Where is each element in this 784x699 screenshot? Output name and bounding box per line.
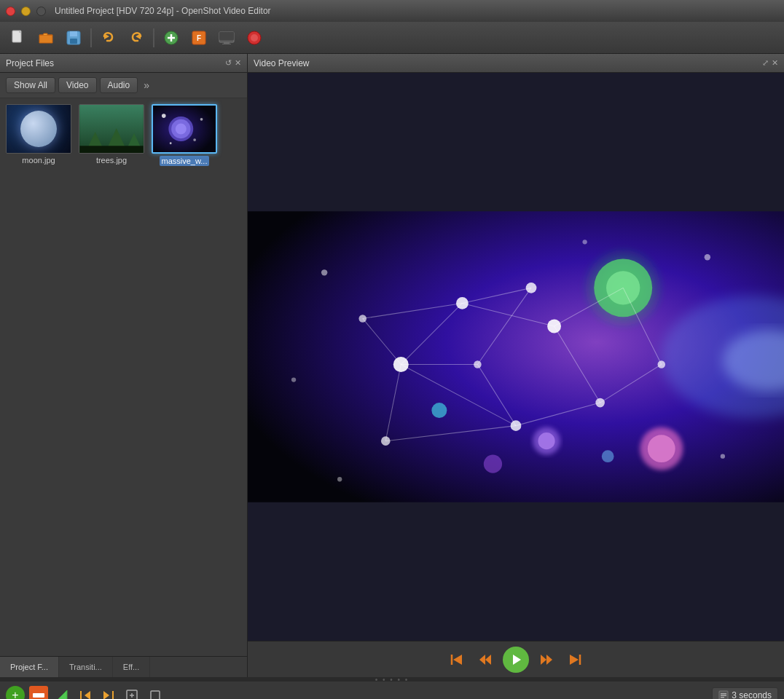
import-button[interactable]: F (187, 25, 211, 50)
video-preview-title: Video Preview (254, 58, 310, 68)
trees-svg (79, 105, 144, 153)
toolbar-separator-2 (153, 28, 154, 47)
svg-point-67 (648, 435, 675, 462)
svg-point-78 (602, 450, 614, 462)
redo-button[interactable] (124, 25, 149, 50)
show-all-button[interactable]: Show All (6, 77, 55, 93)
svg-rect-25 (79, 146, 143, 153)
svg-rect-101 (721, 693, 726, 695)
lock-button[interactable] (146, 686, 165, 700)
video-filter-button[interactable]: Video (58, 77, 96, 93)
video-preview-area (248, 73, 784, 641)
svg-point-75 (291, 377, 296, 382)
new-button[interactable] (6, 25, 31, 50)
file-item-moon[interactable]: moon.jpg (6, 104, 71, 166)
svg-point-33 (170, 142, 172, 144)
left-panel: Project Files ↺ ✕ Show All Video Audio » (0, 54, 248, 677)
fast-forward-button[interactable] (535, 648, 558, 671)
jump-to-end-button[interactable] (564, 648, 587, 671)
file-thumbnail-moon (6, 104, 71, 154)
titlebar: Untitled Project [HDV 720 24p] - OpenSho… (0, 0, 784, 22)
fit-view-button[interactable] (122, 686, 141, 700)
file-item-trees[interactable]: trees.jpg (79, 104, 144, 166)
rewind-button[interactable] (474, 648, 497, 671)
files-grid: moon.jpg (0, 98, 247, 656)
open-button[interactable] (34, 25, 58, 50)
jump-to-start-button[interactable] (444, 648, 468, 671)
playback-controls (248, 641, 784, 677)
close-panel-icon[interactable]: ✕ (235, 58, 241, 68)
project-files-title: Project Files (6, 58, 54, 68)
seconds-label: 3 seconds (732, 690, 772, 700)
razor-tool-button[interactable] (52, 686, 71, 700)
svg-point-70 (484, 455, 502, 473)
close-button[interactable] (6, 7, 15, 16)
trees-preview (79, 105, 144, 153)
remove-clip-button[interactable] (29, 686, 48, 700)
svg-point-31 (200, 118, 203, 121)
svg-rect-4 (70, 39, 77, 44)
file-thumbnail-massive (152, 104, 217, 154)
file-thumbnail-trees (79, 104, 144, 154)
left-panel-tabs: Project F... Transiti... Eff... (0, 656, 247, 677)
undo-button[interactable] (96, 25, 121, 50)
filter-more-icon[interactable]: » (144, 79, 149, 91)
jump-end-tl-button[interactable] (99, 686, 118, 700)
export-button[interactable] (214, 25, 239, 50)
svg-point-32 (193, 138, 196, 141)
svg-rect-3 (70, 31, 77, 36)
svg-point-74 (721, 454, 725, 459)
project-files-header: Project Files ↺ ✕ (0, 54, 247, 73)
svg-rect-14 (224, 42, 230, 44)
maximize-button[interactable] (36, 7, 46, 16)
window-title: Untitled Project [HDV 720 24p] - OpenSho… (55, 6, 271, 16)
vp-expand-icon[interactable]: ⤢ (762, 58, 769, 68)
jump-start-tl-button[interactable] (76, 686, 95, 700)
file-label-moon: moon.jpg (22, 156, 55, 165)
massive-preview (153, 106, 216, 152)
timeline-toolbar: + (0, 682, 784, 699)
moon-shape (20, 111, 57, 147)
refresh-icon[interactable]: ↺ (225, 58, 232, 68)
tab-transitions[interactable]: Transiti... (59, 657, 113, 677)
tab-effects[interactable]: Eff... (113, 657, 150, 677)
minimize-button[interactable] (21, 7, 31, 16)
svg-point-73 (705, 254, 710, 260)
vp-header-icons: ⤢ ✕ (762, 58, 778, 68)
file-item-massive[interactable]: massive_w... (152, 104, 217, 166)
tab-project-files[interactable]: Project F... (0, 657, 59, 677)
svg-point-29 (176, 123, 187, 134)
svg-marker-82 (485, 655, 491, 665)
svg-point-71 (321, 269, 327, 275)
moon-preview (7, 105, 71, 153)
filter-bar: Show All Video Audio » (0, 73, 247, 98)
svg-point-46 (526, 283, 537, 293)
svg-marker-5 (104, 33, 109, 39)
toolbar-separator-1 (90, 28, 92, 47)
svg-marker-87 (570, 655, 579, 665)
timeline-section: + (0, 682, 784, 699)
svg-text:F: F (197, 34, 201, 42)
add-clip-button[interactable]: + (6, 686, 25, 700)
svg-point-17 (251, 34, 258, 42)
svg-point-76 (582, 240, 587, 244)
svg-point-72 (337, 477, 342, 481)
file-label-trees: trees.jpg (96, 156, 127, 165)
vp-close-icon[interactable]: ✕ (772, 58, 778, 68)
file-label-massive: massive_w... (160, 156, 210, 166)
save-button[interactable] (61, 25, 86, 50)
main-toolbar: F (0, 22, 784, 54)
svg-rect-13 (219, 32, 234, 40)
svg-point-30 (162, 114, 166, 118)
svg-marker-85 (541, 655, 546, 665)
svg-marker-6 (136, 33, 141, 39)
video-preview-header: Video Preview ⤢ ✕ (248, 54, 784, 73)
svg-marker-83 (479, 655, 485, 665)
svg-marker-86 (546, 655, 552, 665)
svg-marker-92 (85, 691, 90, 700)
play-button[interactable] (503, 647, 529, 673)
record-button[interactable] (242, 25, 267, 50)
svg-rect-99 (151, 691, 160, 700)
add-track-button[interactable] (159, 25, 184, 50)
audio-filter-button[interactable]: Audio (100, 77, 138, 93)
